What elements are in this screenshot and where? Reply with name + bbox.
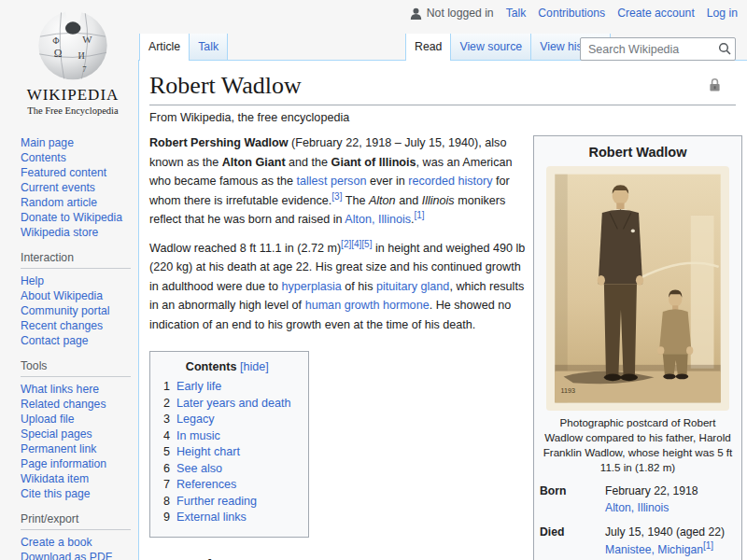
sidebar-item-donate-to-wikipedia[interactable]: Donate to Wikipedia	[21, 211, 131, 225]
toc-item: 9External links	[163, 510, 291, 526]
wiki-link[interactable]: Alton, Illinois	[605, 501, 669, 514]
svg-text:Ω: Ω	[54, 48, 63, 60]
magnifier-icon[interactable]	[718, 42, 731, 55]
infobox-rows: BornFebruary 22, 1918Alton, IllinoisDied…	[538, 479, 738, 560]
toc-item-number: 4	[163, 429, 170, 442]
tab-talk-label: Talk	[198, 34, 218, 60]
svg-text:1193: 1193	[560, 387, 575, 394]
sidebar-item-download-as-pdf[interactable]: Download as PDF	[21, 551, 131, 560]
reference-link[interactable]: [1]	[703, 540, 713, 551]
sidebar-item-recent-changes[interactable]: Recent changes	[21, 319, 131, 333]
toc-item-link[interactable]: Later years and death	[176, 397, 291, 410]
sidebar-item-help[interactable]: Help	[21, 274, 131, 288]
toc-item-link[interactable]: See also	[176, 462, 222, 475]
sidebar-item-upload-file[interactable]: Upload file	[21, 413, 131, 427]
link-create-account[interactable]: Create account	[617, 7, 695, 20]
infobox-row-label: Born	[540, 483, 605, 516]
infobox-photo[interactable]: 1193	[538, 166, 738, 411]
toc-item-link[interactable]: References	[176, 478, 236, 491]
sidebar-item-featured-content[interactable]: Featured content	[21, 166, 131, 180]
reference-link[interactable]: [3]	[331, 190, 342, 201]
toc-item: 7References	[163, 477, 291, 494]
search-input[interactable]	[580, 37, 736, 61]
toc-item-number: 9	[163, 511, 170, 524]
sidebar-item-cite-this-page[interactable]: Cite this page	[21, 487, 131, 501]
wiki-link[interactable]: pituitary gland	[376, 280, 449, 293]
logo-tagline: The Free Encyclopedia	[9, 105, 136, 116]
toc-item: 2Later years and death	[163, 396, 291, 413]
link-log-in[interactable]: Log in	[707, 7, 738, 20]
infobox-row: DiedJuly 15, 1940 (aged 22)Manistee, Mic…	[538, 520, 738, 560]
wikipedia-page: Not logged in TalkContributionsCreate ac…	[0, 0, 747, 560]
sidebar-item-wikidata-item[interactable]: Wikidata item	[21, 472, 131, 486]
toc-hide-link[interactable]: [hide]	[240, 360, 269, 373]
toc-list: 1Early life2Later years and death3Legacy…	[163, 379, 291, 526]
toc-item-number: 2	[163, 397, 170, 410]
tab-article-label: Article	[148, 40, 180, 53]
sidebar-section-title: Print/export	[21, 512, 131, 530]
namespace-tabs: ArticleTalk	[139, 34, 228, 60]
toc-item-number: 3	[163, 413, 170, 426]
sidebar-item-permanent-link[interactable]: Permanent link	[21, 442, 131, 456]
infobox-caption: Photographic postcard of Robert Wadlow c…	[538, 411, 738, 479]
sidebar-item-random-article[interactable]: Random article	[21, 196, 131, 210]
wiki-link[interactable]: human growth hormone	[305, 299, 430, 312]
toc-item-link[interactable]: External links	[176, 511, 247, 524]
infobox: Robert Wadlow	[533, 135, 742, 560]
section-heading-early-life: Early life	[149, 556, 527, 560]
sidebar-item-what-links-here[interactable]: What links here	[21, 383, 131, 397]
wikipedia-logo[interactable]: Ф W Ω И 7 WIKIPEDIA The Free Encyclopedi…	[9, 7, 136, 116]
svg-text:W: W	[82, 34, 92, 45]
wiki-link[interactable]: recorded history	[408, 175, 492, 188]
toc-item-number: 7	[163, 478, 170, 491]
tab-view-source[interactable]: View source	[450, 34, 530, 60]
infobox-row-value: February 22, 1918Alton, Illinois	[605, 483, 698, 516]
sidebar-item-main-page[interactable]: Main page	[21, 136, 131, 150]
toc-item-link[interactable]: Legacy	[176, 413, 215, 426]
toc-item-number: 8	[163, 495, 170, 508]
wiki-link[interactable]: tallest person	[297, 175, 367, 188]
toc-item-link[interactable]: Early life	[176, 380, 221, 393]
toc-item-link[interactable]: In music	[176, 429, 220, 442]
sidebar-item-about-wikipedia[interactable]: About Wikipedia	[21, 289, 131, 303]
sidebar-item-current-events[interactable]: Current events	[21, 181, 131, 195]
tab-view-source-label: View source	[459, 34, 522, 60]
padlock-icon[interactable]	[709, 77, 721, 96]
sidebar-item-wikipedia-store[interactable]: Wikipedia store	[21, 226, 131, 240]
toc-item: 3Legacy	[163, 412, 291, 428]
wadlow-postcard-image: 1193	[546, 166, 729, 411]
wiki-link[interactable]: Manistee, Michigan	[605, 543, 703, 556]
wiki-link[interactable]: hyperplasia	[281, 280, 341, 293]
toc-item: 5Height chart	[163, 444, 291, 461]
sidebar-item-contact-page[interactable]: Contact page	[21, 334, 131, 348]
personal-links: TalkContributionsCreate accountLog in	[506, 7, 738, 20]
sidebar-item-contents[interactable]: Contents	[21, 151, 131, 165]
search-box	[580, 37, 736, 61]
infobox-row-label: Died	[540, 525, 605, 558]
toc-item: 8Further reading	[163, 494, 291, 511]
wiki-link[interactable]: Alton, Illinois	[345, 213, 411, 226]
tab-article[interactable]: Article	[139, 34, 189, 61]
tab-talk[interactable]: Talk	[189, 34, 228, 60]
link-talk[interactable]: Talk	[506, 7, 527, 20]
svg-text:Ф: Ф	[52, 36, 60, 46]
svg-text:И: И	[78, 50, 85, 61]
page-title: Robert Wadlow	[149, 72, 736, 105]
reference-link[interactable]: [1]	[415, 210, 425, 220]
toc-item-link[interactable]: Height chart	[176, 445, 240, 458]
sidebar-section-title: Interaction	[21, 251, 131, 269]
lead-paragraph-2: Wadlow reached 8 ft 11.1 in (2.72 m)[2][…	[149, 239, 527, 335]
sidebar-item-create-a-book[interactable]: Create a book	[21, 536, 131, 550]
sidebar-item-related-changes[interactable]: Related changes	[21, 398, 131, 412]
link-contributions[interactable]: Contributions	[538, 7, 605, 20]
tab-read[interactable]: Read	[405, 34, 450, 61]
toc-item: 1Early life	[163, 379, 291, 396]
sidebar-item-special-pages[interactable]: Special pages	[21, 427, 131, 441]
sidebar-item-page-information[interactable]: Page information	[21, 457, 131, 471]
personal-bar: Not logged in TalkContributionsCreate ac…	[410, 7, 738, 20]
sidebar-item-community-portal[interactable]: Community portal	[21, 304, 131, 318]
toc-item: 4In music	[163, 428, 291, 445]
tab-read-label: Read	[415, 40, 442, 53]
toc-item-link[interactable]: Further reading	[176, 495, 257, 508]
reference-link[interactable]: [2][4][5]	[341, 238, 372, 248]
